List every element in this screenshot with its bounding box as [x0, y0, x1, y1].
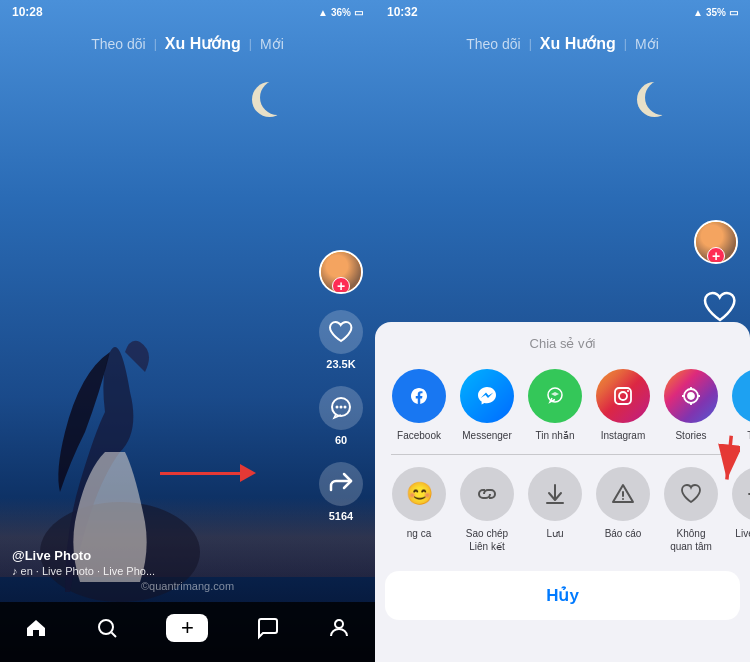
comment-item[interactable]: 60	[319, 386, 363, 446]
share-title: Chia sẻ với	[375, 322, 750, 361]
share-button[interactable]	[319, 462, 363, 506]
share-messenger[interactable]: Messenger	[453, 365, 521, 446]
tab-moi-left[interactable]: Mới	[260, 36, 284, 52]
copy-link-label: Sao chép Liên kết	[466, 527, 508, 553]
share-copy-link[interactable]: Sao chép Liên kết	[453, 463, 521, 557]
save-label: Lưu	[546, 527, 563, 540]
right-avatar-section: +	[694, 220, 738, 264]
follow-plus-button[interactable]: +	[332, 277, 350, 294]
tab-moi-right[interactable]: Mới	[635, 36, 659, 52]
wifi-icon: ▲	[318, 7, 328, 18]
share-ngca[interactable]: 😊 ng ca	[385, 463, 453, 544]
wifi-icon-right: ▲	[693, 7, 703, 18]
home-nav-icon[interactable]	[24, 616, 48, 640]
user-info: @Live Photo ♪ en · Live Photo · Live Pho…	[12, 548, 155, 577]
battery-icon-right: ▭	[729, 7, 738, 18]
user-song: ♪ en · Live Photo · Live Pho...	[12, 565, 155, 577]
svg-line-26	[727, 436, 731, 480]
ngca-label: ng ca	[407, 527, 431, 540]
svg-point-9	[619, 392, 627, 400]
sep2-right: |	[624, 37, 627, 51]
tinnhan-icon-circle[interactable]	[528, 369, 582, 423]
svg-point-10	[627, 390, 629, 392]
profile-nav-icon[interactable]	[327, 616, 351, 640]
svg-point-12	[688, 393, 694, 399]
creator-avatar[interactable]: +	[319, 250, 363, 294]
tab-xu-huong-left[interactable]: Xu Hướng	[165, 34, 241, 53]
inbox-nav-icon[interactable]	[256, 616, 280, 640]
facebook-icon-circle[interactable]	[392, 369, 446, 423]
svg-point-6	[335, 620, 343, 628]
like-count: 23.5K	[326, 358, 355, 370]
not-interested-label: Không quan tâm	[670, 527, 712, 553]
red-arrow-live-photo	[670, 427, 740, 497]
left-phone-screen: 10:28 ▲ 36% ▭ Theo dõi | Xu Hướng | Mới …	[0, 0, 375, 662]
svg-point-3	[340, 406, 343, 409]
ngca-icon-circle[interactable]: 😊	[392, 467, 446, 521]
comment-button[interactable]	[319, 386, 363, 430]
comment-count: 60	[335, 434, 347, 446]
share-save[interactable]: Lưu	[521, 463, 589, 544]
save-icon-circle[interactable]	[528, 467, 582, 521]
sep2-left: |	[249, 37, 252, 51]
live-photo-label: Live Photo	[735, 527, 750, 540]
cancel-button[interactable]: Hủy	[385, 571, 740, 620]
instagram-icon-circle[interactable]	[596, 369, 650, 423]
like-item[interactable]: 23.5K	[319, 310, 363, 370]
svg-point-5	[99, 620, 113, 634]
share-count: 5164	[329, 510, 353, 522]
facebook-label: Facebook	[397, 429, 441, 442]
red-arrow-indicator	[160, 464, 256, 482]
watermark-left: ©quantrimang.com	[0, 580, 375, 592]
right-follow-plus: +	[707, 247, 725, 264]
sep1-right: |	[529, 37, 532, 51]
instagram-label: Instagram	[601, 429, 645, 442]
bottom-nav-left: +	[0, 602, 375, 662]
status-bar-left: 10:28 ▲ 36% ▭	[0, 0, 375, 24]
stories-icon-circle[interactable]	[664, 369, 718, 423]
creator-avatar-item[interactable]: +	[319, 250, 363, 294]
time-right: 10:32	[387, 5, 418, 19]
moon-right	[645, 80, 680, 115]
svg-point-18	[622, 498, 624, 500]
right-phone-screen: + 10:32 ▲ 35% ▭ Theo dõi | Xu Hướng | Mớ…	[375, 0, 750, 662]
svg-point-2	[336, 406, 339, 409]
report-label: Báo cáo	[605, 527, 642, 540]
search-nav-icon[interactable]	[95, 616, 119, 640]
sep1-left: |	[154, 37, 157, 51]
copy-link-icon-circle[interactable]	[460, 467, 514, 521]
messenger-icon-circle[interactable]	[460, 369, 514, 423]
right-creator-avatar: +	[694, 220, 738, 264]
moon-decoration	[260, 80, 295, 115]
report-icon-circle[interactable]	[596, 467, 650, 521]
user-handle: @Live Photo	[12, 548, 155, 563]
arrow-line	[160, 472, 240, 475]
messenger-label: Messenger	[462, 429, 511, 442]
create-nav-button[interactable]: +	[166, 614, 208, 642]
tab-xu-huong-right[interactable]: Xu Hướng	[540, 34, 616, 53]
nav-tabs-right: Theo dõi | Xu Hướng | Mới	[375, 28, 750, 59]
share-tinnhan[interactable]: Tin nhắn	[521, 365, 589, 446]
arrow-head	[240, 464, 256, 482]
share-instagram[interactable]: Instagram	[589, 365, 657, 446]
battery-icon: ▭	[354, 7, 363, 18]
status-icons-right: ▲ 35% ▭	[693, 7, 738, 18]
status-bar-right: 10:32 ▲ 35% ▭	[375, 0, 750, 24]
svg-point-4	[344, 406, 347, 409]
status-icons-left: ▲ 36% ▭	[318, 7, 363, 18]
share-item[interactable]: 5164	[319, 462, 363, 522]
tinnhan-label: Tin nhắn	[536, 429, 575, 442]
battery-right: 35%	[706, 7, 726, 18]
share-facebook[interactable]: Facebook	[385, 365, 453, 446]
tab-theo-doi-left[interactable]: Theo dõi	[91, 36, 145, 52]
twitter-icon-circle[interactable]	[732, 369, 750, 423]
time-left: 10:28	[12, 5, 43, 19]
nav-tabs-left: Theo dõi | Xu Hướng | Mới	[0, 28, 375, 59]
battery-left: 36%	[331, 7, 351, 18]
action-buttons: + 23.5K 60	[319, 250, 363, 522]
tab-theo-doi-right[interactable]: Theo dõi	[466, 36, 520, 52]
like-button[interactable]	[319, 310, 363, 354]
share-report[interactable]: Báo cáo	[589, 463, 657, 544]
